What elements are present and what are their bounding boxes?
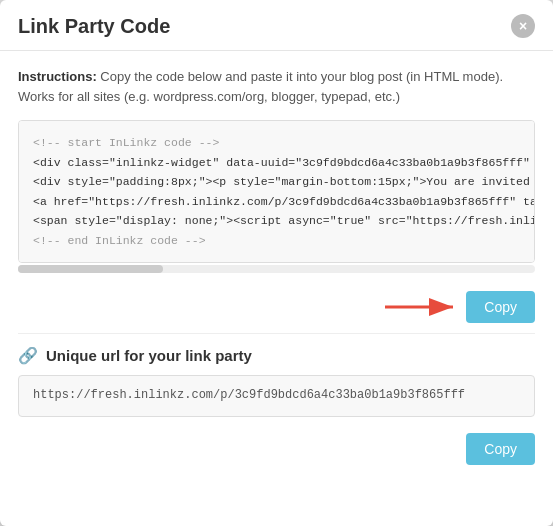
copy-button-1-row: Copy — [18, 291, 535, 323]
modal-title: Link Party Code — [18, 15, 170, 38]
code-line-5: <span style="display: none;"><script asy… — [33, 214, 535, 227]
modal-container: Link Party Code × Instructions: Copy the… — [0, 0, 553, 526]
unique-url-section: 🔗 Unique url for your link party https:/… — [18, 346, 535, 417]
copy-code-button[interactable]: Copy — [466, 291, 535, 323]
unique-url-title: Unique url for your link party — [46, 347, 252, 364]
copy-button-2-row: Copy — [18, 433, 535, 465]
arrow-container — [385, 293, 465, 321]
code-line-6: <!-- end InLinkz code --> — [33, 234, 206, 247]
copy-url-button[interactable]: Copy — [466, 433, 535, 465]
instructions-text: Instructions: Copy the code below and pa… — [18, 67, 535, 106]
red-arrow-icon — [385, 293, 465, 321]
code-scrollbar — [18, 263, 535, 277]
link-icon: 🔗 — [18, 346, 38, 365]
modal-header: Link Party Code × — [0, 0, 553, 51]
close-icon: × — [519, 19, 527, 33]
close-button[interactable]: × — [511, 14, 535, 38]
instructions-bold: Instructions: — [18, 69, 97, 84]
code-line-2: <div class="inlinkz-widget" data-uuid="3… — [33, 156, 535, 169]
scroll-track — [18, 265, 535, 273]
modal-body: Instructions: Copy the code below and pa… — [0, 51, 553, 483]
unique-url-label: 🔗 Unique url for your link party — [18, 346, 535, 365]
url-value: https://fresh.inlinkz.com/p/3c9fd9bdcd6a… — [33, 388, 465, 402]
code-line-3: <div style="padding:8px;"><p style="marg… — [33, 175, 535, 188]
scroll-thumb — [18, 265, 163, 273]
divider — [18, 333, 535, 334]
url-box: https://fresh.inlinkz.com/p/3c9fd9bdcd6a… — [18, 375, 535, 417]
code-line-1: <!-- start InLinkz code --> — [33, 136, 219, 149]
code-box[interactable]: <!-- start InLinkz code --> <div class="… — [18, 120, 535, 263]
code-section: <!-- start InLinkz code --> <div class="… — [18, 120, 535, 277]
code-line-4: <a href="https://fresh.inlinkz.com/p/3c9… — [33, 195, 535, 208]
